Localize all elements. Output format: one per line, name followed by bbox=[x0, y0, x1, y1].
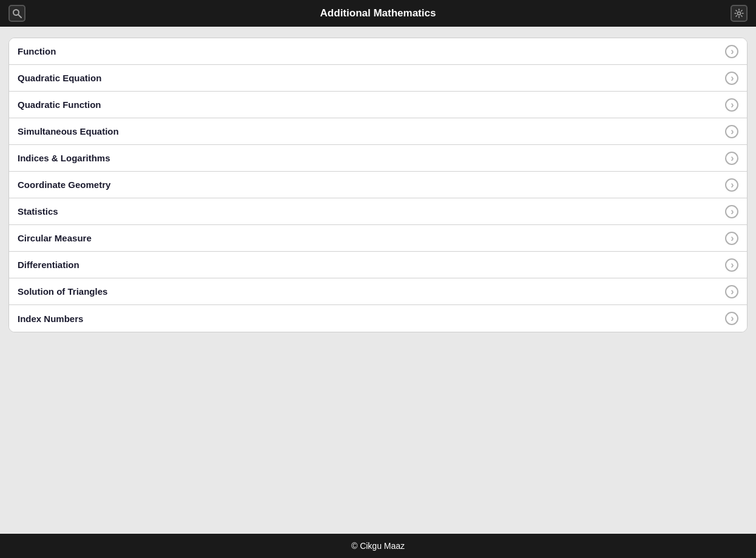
list-item-label: Solution of Triangles bbox=[18, 286, 107, 297]
list-item[interactable]: Solution of Triangles bbox=[9, 278, 747, 305]
list-item-label: Coordinate Geometry bbox=[18, 180, 110, 190]
list-item[interactable]: Index Numbers bbox=[9, 305, 747, 332]
list-item[interactable]: Statistics bbox=[9, 198, 747, 225]
list-item-label: Quadratic Function bbox=[18, 99, 101, 110]
settings-button[interactable] bbox=[731, 5, 748, 22]
svg-point-2 bbox=[738, 12, 741, 15]
page-title: Additional Mathematics bbox=[320, 7, 436, 19]
list-item-label: Quadratic Equation bbox=[18, 73, 101, 83]
search-button[interactable] bbox=[8, 5, 25, 22]
svg-line-1 bbox=[18, 15, 21, 18]
chevron-right-icon bbox=[725, 258, 738, 272]
search-icon bbox=[12, 8, 22, 18]
list-item[interactable]: Function bbox=[9, 38, 747, 65]
list-item-label: Simultaneous Equation bbox=[18, 126, 119, 136]
chevron-right-icon bbox=[725, 205, 738, 218]
list-item[interactable]: Coordinate Geometry bbox=[9, 172, 747, 198]
chevron-right-icon bbox=[725, 98, 738, 112]
main-content: FunctionQuadratic EquationQuadratic Func… bbox=[0, 27, 756, 534]
list-item[interactable]: Simultaneous Equation bbox=[9, 118, 747, 145]
chevron-right-icon bbox=[725, 285, 738, 298]
chevron-right-icon bbox=[725, 178, 738, 192]
list-item[interactable]: Circular Measure bbox=[9, 225, 747, 252]
list-item-label: Function bbox=[18, 46, 56, 56]
settings-icon bbox=[734, 8, 744, 18]
chevron-right-icon bbox=[725, 312, 738, 325]
chevron-right-icon bbox=[725, 45, 738, 58]
footer-text: © Cikgu Maaz bbox=[351, 541, 405, 551]
list-item[interactable]: Quadratic Function bbox=[9, 92, 747, 118]
list-item-label: Statistics bbox=[18, 206, 58, 217]
list-item-label: Circular Measure bbox=[18, 233, 92, 243]
chevron-right-icon bbox=[725, 125, 738, 138]
chevron-right-icon bbox=[725, 72, 738, 85]
topics-list: FunctionQuadratic EquationQuadratic Func… bbox=[8, 38, 748, 332]
list-item-label: Indices & Logarithms bbox=[18, 153, 110, 163]
list-item[interactable]: Indices & Logarithms bbox=[9, 145, 747, 172]
chevron-right-icon bbox=[725, 232, 738, 245]
list-item-label: Index Numbers bbox=[18, 314, 83, 324]
chevron-right-icon bbox=[725, 152, 738, 165]
app-header: Additional Mathematics bbox=[0, 0, 756, 27]
list-item[interactable]: Quadratic Equation bbox=[9, 65, 747, 92]
app-footer: © Cikgu Maaz bbox=[0, 534, 756, 558]
list-item-label: Differentiation bbox=[18, 260, 79, 270]
list-item[interactable]: Differentiation bbox=[9, 252, 747, 278]
